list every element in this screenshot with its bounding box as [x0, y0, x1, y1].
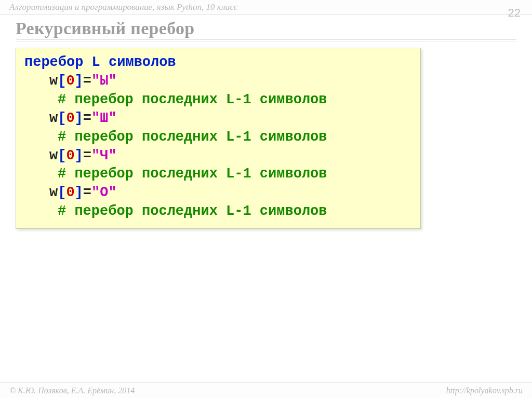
footer-copyright: © К.Ю. Поляков, Е.А. Ерёмин, 2014 [9, 386, 135, 395]
comment: # перебор последних L-1 символов [58, 129, 327, 145]
header-bar: Алгоритмизация и программирование, язык … [0, 0, 532, 15]
breadcrumb: Алгоритмизация и программирование, язык … [9, 2, 237, 12]
bracket-close: ] [75, 185, 83, 200]
equals: = [83, 73, 91, 89]
var-name: w [49, 73, 58, 89]
equals: = [83, 148, 91, 163]
bracket-open: [ [58, 185, 66, 200]
title-underline [16, 39, 516, 42]
index: 0 [66, 111, 74, 126]
code-title-line: перебор L символов [24, 53, 412, 72]
var-name: w [49, 111, 58, 126]
code-comment-line: # перебор последних L-1 символов [24, 128, 412, 147]
bracket-open: [ [58, 148, 66, 163]
string-literal: "Ч" [91, 148, 117, 163]
var-name: w [49, 148, 58, 163]
bracket-close: ] [75, 148, 83, 163]
footer-bar: © К.Ю. Поляков, Е.А. Ерёмин, 2014 http:/… [0, 382, 532, 398]
index: 0 [66, 148, 74, 163]
page-title: Рекурсивный перебор [16, 19, 516, 38]
code-comment-line: # перебор последних L-1 символов [24, 202, 412, 221]
title-block: Рекурсивный перебор [0, 15, 532, 44]
string-literal: "О" [91, 185, 117, 200]
equals: = [83, 111, 91, 126]
page-number: 22 [508, 6, 521, 20]
code-comment-line: # перебор последних L-1 символов [24, 165, 412, 184]
content-area: перебор L символов w[0]="Ы" # перебор по… [0, 44, 532, 233]
code-assign-line: w[0]="О" [24, 184, 412, 202]
equals: = [83, 185, 91, 200]
footer-url: http://kpolyakov.spb.ru [446, 386, 523, 395]
code-block: перебор L символов w[0]="Ы" # перебор по… [16, 48, 421, 229]
bracket-open: [ [58, 73, 66, 89]
string-literal: "Ш" [91, 111, 117, 126]
comment: # перебор последних L-1 символов [58, 92, 327, 107]
index: 0 [66, 73, 74, 89]
comment: # перебор последних L-1 символов [58, 166, 327, 182]
code-assign-line: w[0]="Ш" [24, 109, 412, 128]
comment: # перебор последних L-1 символов [58, 203, 327, 219]
code-assign-line: w[0]="Ы" [24, 72, 412, 91]
bracket-close: ] [75, 73, 83, 89]
code-assign-line: w[0]="Ч" [24, 147, 412, 166]
bracket-open: [ [58, 111, 66, 126]
code-comment-line: # перебор последних L-1 символов [24, 91, 412, 109]
bracket-close: ] [75, 111, 83, 126]
string-literal: "Ы" [91, 73, 117, 89]
var-name: w [49, 185, 58, 200]
index: 0 [66, 185, 74, 200]
